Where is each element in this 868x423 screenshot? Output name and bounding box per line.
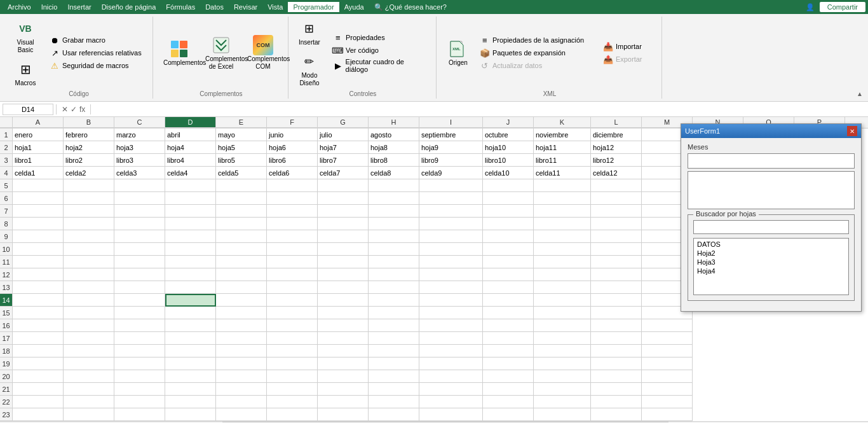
cell-i1[interactable]: septiembre [419,128,483,141]
btn-grabar-macro[interactable]: ⏺ Grabar macro [46,34,147,46]
cell-a2[interactable]: hoja1 [13,141,64,154]
cell-f1[interactable]: junio [267,128,318,141]
cell-e4[interactable]: celda5 [216,167,267,179]
cell-i3[interactable]: libro9 [419,154,483,167]
cell-d1[interactable]: abril [165,128,216,141]
cell-j1[interactable]: octubre [483,128,534,141]
btn-complementos[interactable]: Complementos [159,37,199,69]
cell-j3[interactable]: libro10 [483,154,534,167]
cell-k14[interactable] [534,294,591,307]
btn-propiedades-asignacion[interactable]: ≡ Propiedades de la asignación [476,34,597,46]
cell-f2[interactable]: hoja6 [267,141,318,154]
col-header-j[interactable]: J [483,117,534,128]
btn-importar[interactable]: 📥 Importar [599,40,656,53]
menu-vista[interactable]: Vista [262,2,288,12]
col-header-h[interactable]: H [369,117,419,128]
cell-b3[interactable]: libro2 [64,154,114,167]
btn-origen[interactable]: XML Origen [443,37,473,69]
btn-ver-codigo[interactable]: ⌨ Ver código [329,44,431,57]
cell-j2[interactable]: hoja10 [483,141,534,154]
cell-f14[interactable] [267,294,318,307]
row-header-14[interactable]: 14 [0,294,13,307]
row-header-1[interactable]: 1 [0,128,13,141]
cell-i2[interactable]: hoja9 [419,141,483,154]
cell-h14[interactable] [369,294,419,307]
btn-usar-referencias[interactable]: ↗ Usar referencias relativas [46,46,147,59]
cell-e1[interactable]: mayo [216,128,267,141]
row-header-4[interactable]: 4 [0,167,13,179]
cell-h3[interactable]: libro8 [369,154,419,167]
menu-insertar[interactable]: Insertar [62,2,96,12]
cell-j14[interactable] [483,294,534,307]
meses-listbox[interactable] [688,171,855,209]
cell-g2[interactable]: hoja7 [318,141,369,154]
cancel-formula-icon[interactable]: ✕ [62,105,68,114]
row-header-3[interactable]: 3 [0,154,13,167]
cell-c1[interactable]: marzo [114,128,165,141]
list-item[interactable]: DATOS [695,240,847,249]
col-header-d[interactable]: D [165,117,216,128]
cell-g14[interactable] [318,294,369,307]
col-header-k[interactable]: K [534,117,591,128]
cell-h2[interactable]: hoja8 [369,141,419,154]
insert-function-icon[interactable]: fx [79,105,85,114]
cell-d2[interactable]: hoja4 [165,141,216,154]
col-header-e[interactable]: E [216,117,267,128]
btn-insertar[interactable]: ⊞ Insertar [295,17,324,48]
btn-actualizar-datos[interactable]: ↺ Actualizar datos [476,59,597,72]
cell-b1[interactable]: febrero [64,128,114,141]
cell-c2[interactable]: hoja3 [114,141,165,154]
cell-e3[interactable]: libro5 [216,154,267,167]
cell-e14[interactable] [216,294,267,307]
col-header-g[interactable]: G [318,117,369,128]
btn-ejecutar-dialogo[interactable]: ▶ Ejecutar cuadro de diálogo [329,57,431,74]
list-item[interactable]: Hoja3 [695,258,847,267]
btn-complementos-excel[interactable]: Complementosde Excel [201,33,241,73]
btn-complementos-com[interactable]: COM ComplementosCOM [243,33,283,73]
cell-h1[interactable]: agosto [369,128,419,141]
cell-a14[interactable] [13,294,64,307]
menu-search[interactable]: 🔍 ¿Qué desea hacer? [369,2,452,13]
btn-macros[interactable]: ⊞ Macros [10,57,41,89]
cell-l1[interactable]: diciembre [591,128,642,141]
menu-archivo[interactable]: Archivo [3,2,36,12]
list-item[interactable]: Hoja2 [695,249,847,258]
col-header-f[interactable]: F [267,117,318,128]
btn-paquetes-expansion[interactable]: 📦 Paquetes de expansión [476,46,597,59]
cell-f3[interactable]: libro6 [267,154,318,167]
cell-c14[interactable] [114,294,165,307]
cell-b2[interactable]: hoja2 [64,141,114,154]
menu-inicio[interactable]: Inicio [36,2,63,12]
menu-ayuda[interactable]: Ayuda [339,2,369,12]
buscador-search-input[interactable] [693,220,849,234]
cell-l2[interactable]: hoja12 [591,141,642,154]
cell-b4[interactable]: celda2 [64,167,114,179]
cell-l14[interactable] [591,294,642,307]
cell-e2[interactable]: hoja5 [216,141,267,154]
col-header-l[interactable]: L [591,117,642,128]
col-header-a[interactable]: A [13,117,64,128]
btn-seguridad-macros[interactable]: ⚠ Seguridad de macros [46,59,147,72]
btn-modo-diseno[interactable]: ✏ ModoDiseño [295,50,324,89]
col-header-b[interactable]: B [64,117,114,128]
cell-b14[interactable] [64,294,114,307]
cell-f4[interactable]: celda6 [267,167,318,179]
btn-propiedades[interactable]: ≡ Propiedades [329,31,431,44]
cell-j4[interactable]: celda10 [483,167,534,179]
col-header-c[interactable]: C [114,117,165,128]
col-header-i[interactable]: I [419,117,483,128]
cell-l3[interactable]: libro12 [591,154,642,167]
name-box[interactable] [3,104,53,115]
cell-g4[interactable]: celda7 [318,167,369,179]
cell-i14[interactable] [419,294,483,307]
ribbon-collapse-btn[interactable]: ▲ [857,90,863,97]
confirm-formula-icon[interactable]: ✓ [71,105,77,114]
formula-input[interactable] [93,104,865,114]
cell-d14[interactable] [165,294,216,307]
menu-disenio[interactable]: Diseño de página [97,2,161,12]
list-item[interactable]: Hoja4 [695,267,847,275]
menu-datos[interactable]: Datos [200,2,229,12]
userform-close-button[interactable]: ✕ [847,126,857,136]
cell-a4[interactable]: celda1 [13,167,64,179]
cell-k4[interactable]: celda11 [534,167,591,179]
